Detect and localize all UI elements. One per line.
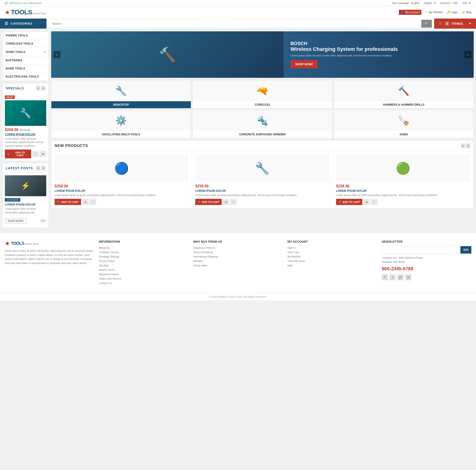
add-to-cart-button-2[interactable]: 🛒 ADD TO CART	[195, 199, 222, 205]
product-image-1[interactable]: 🔵 QUICK VIEW ●	[55, 154, 188, 182]
wishlist-button-2[interactable]: ⇄	[223, 199, 229, 205]
category-card-hammers[interactable]: 🔨 HAMMERS & HAMMER DRILLS	[334, 80, 474, 108]
compare-button-3[interactable]: ♡	[371, 199, 377, 205]
hand-tools-link[interactable]: HAND TOOLS ›	[2, 48, 49, 56]
footer-shipping-link[interactable]: Shipping & Returns	[193, 246, 215, 249]
specials-next-button[interactable]: ›	[41, 86, 45, 91]
shop-now-button[interactable]: SHOP NOW!	[290, 60, 318, 68]
newsletter-submit-button[interactable]: GO!	[460, 246, 471, 254]
read-more-button[interactable]: READ MORE	[5, 218, 27, 224]
footer-affiliates-link[interactable]: Affiliates	[193, 259, 203, 262]
footer-site-map-link[interactable]: Site Map	[99, 264, 109, 267]
footer-template-settings-link[interactable]: Template Settings	[99, 255, 119, 258]
hero-prev-button[interactable]: ‹	[53, 51, 60, 58]
sidebar-item-bare-tools[interactable]: BARE TOOLS	[2, 65, 49, 73]
special-price-current: $258.96	[5, 128, 18, 132]
site-logo[interactable]: ★ TOOLS Online Store	[5, 9, 47, 16]
special-compare-button[interactable]: ⇄	[40, 151, 46, 157]
footer-search-terms-link[interactable]: Search Terms	[99, 268, 115, 271]
compare-button-2[interactable]: ♡	[230, 199, 237, 205]
currency-select[interactable]: USD EUR	[461, 1, 471, 5]
add-to-cart-label-1: ADD TO CART	[61, 201, 79, 203]
category-card-benchtop[interactable]: 🔧 BENCHTOP	[51, 80, 191, 108]
footer-contact-link[interactable]: Contact Us	[99, 282, 112, 284]
footer-orders-returns-link[interactable]: Orders and Returns	[99, 277, 121, 280]
cart-icon: 🛒	[439, 22, 442, 25]
account-icon: 👤	[401, 11, 404, 14]
footer-help-link[interactable]: Help	[288, 264, 293, 267]
twitter-icon[interactable]: t	[390, 274, 396, 280]
product-image-2[interactable]: 🔧 QUICK VIEW ●	[195, 154, 329, 182]
logo-subtext: Online Store	[33, 12, 47, 15]
oscillating-image: ⚙️	[51, 110, 191, 131]
sidebar-item-hand-tools[interactable]: HAND TOOLS ›	[2, 48, 49, 56]
footer-about-link[interactable]: About Us	[99, 246, 109, 249]
footer-intl-shipping-link[interactable]: International Shipping	[193, 255, 218, 258]
category-card-oscillating[interactable]: ⚙️ OSCILLATING MULTI-TOOLS	[51, 110, 191, 138]
login-link[interactable]: 🔑 Login	[446, 11, 458, 14]
power-tools-link[interactable]: POWER TOOLS	[2, 32, 49, 39]
sidebar-item-power-tools[interactable]: POWER TOOLS	[2, 32, 49, 40]
special-product-name[interactable]: LOREM IPSUM DOLOR	[5, 133, 46, 136]
cart-dropdown-arrow: ▼	[468, 22, 471, 25]
wishlist-button-3[interactable]: ⇄	[363, 199, 370, 205]
add-to-cart-label-2: ADD TO CART	[202, 201, 220, 203]
footer-sign-in-link[interactable]: Sign In	[288, 246, 295, 249]
batteries-link[interactable]: BATTERIES	[2, 56, 49, 64]
language-label: Your Language : English	[392, 2, 419, 4]
new-products-next-button[interactable]: ›	[466, 144, 470, 148]
hero-next-button[interactable]: ›	[464, 51, 471, 58]
product-image-3[interactable]: 🟢 QUICK VIEW ●	[336, 154, 470, 182]
footer-my-wishlist-link[interactable]: My Wishlist	[288, 255, 301, 258]
category-card-saws[interactable]: 🪚 SAWS	[334, 110, 474, 138]
bare-tools-link[interactable]: BARE TOOLS	[2, 65, 49, 72]
contact-info: Company Inc., 8901 Marmora Road, Glasgow…	[382, 256, 471, 272]
categories-button[interactable]: ☰ CATEGORIES	[0, 18, 47, 29]
google-plus-icon[interactable]: g+	[397, 274, 404, 280]
my-account-link[interactable]: 👤 My Account	[399, 10, 421, 15]
footer-logo[interactable]: ★ TOOLS Online Store	[5, 240, 94, 247]
search-button[interactable]: 🔍	[421, 20, 432, 28]
new-products-prev-button[interactable]: ‹	[461, 144, 465, 148]
footer-view-cart-link[interactable]: View Cart	[288, 251, 298, 254]
category-card-cordless[interactable]: 🔫 CORDLESS	[192, 80, 332, 108]
newsletter-email-input[interactable]	[382, 246, 460, 254]
sidebar-item-cordless-tools[interactable]: CORDLESS TOOLS	[2, 40, 49, 48]
electricians-tools-link[interactable]: ELECTRICIANS TOOLS	[2, 73, 49, 81]
product-card-3: NEW! 🟢 QUICK VIEW ● $258.96 LOREM IPSUM …	[333, 151, 474, 208]
cart-button[interactable]: 🛒 0 ITEM(S) ▼	[434, 18, 476, 29]
posts-next-button[interactable]: ›	[41, 166, 45, 170]
hero-image: 🔨	[51, 31, 284, 78]
compare-button-1[interactable]: ♡	[89, 199, 96, 205]
product-actions-1: 🛒 ADD TO CART ⇄ ♡	[55, 199, 188, 205]
special-add-to-cart-button[interactable]: 🛒 ADD TO CART	[5, 149, 31, 158]
add-to-cart-button-1[interactable]: 🛒 ADD TO CART	[55, 199, 81, 205]
footer-customer-service-link[interactable]: Customer Service	[99, 251, 119, 254]
footer-secure-link[interactable]: Secure Shopping	[193, 251, 213, 254]
cart-icon-3: 🛒	[339, 200, 342, 203]
specials-prev-button[interactable]: ‹	[36, 86, 40, 91]
search-input[interactable]	[49, 20, 421, 27]
footer-privacy-policy-link[interactable]: Privacy Policy	[99, 259, 115, 262]
product-card-1: NEW! 🔵 QUICK VIEW ● $258.96 LOREM IPSUM …	[51, 151, 192, 208]
footer-group-sales-link[interactable]: Group Sales	[193, 264, 207, 267]
footer-logo-star-icon: ★	[5, 240, 10, 247]
blog-link[interactable]: 📝 Blog	[461, 11, 471, 14]
sidebar-item-electricians-tools[interactable]: ELECTRICIANS TOOLS	[2, 73, 49, 81]
sidebar-item-batteries[interactable]: BATTERIES	[2, 56, 49, 65]
add-to-cart-button-3[interactable]: 🛒 ADD TO CART	[336, 199, 363, 205]
language-select[interactable]: English French German	[423, 1, 437, 5]
linkedin-icon[interactable]: in	[405, 274, 411, 280]
wishlist-link[interactable]: ♡ My Wishlist	[425, 11, 443, 14]
cordless-tools-link[interactable]: CORDLESS TOOLS	[2, 40, 49, 48]
wishlist-button-1[interactable]: ⇄	[82, 199, 88, 205]
category-card-concrete[interactable]: 🔩 CONCRETE SURFACING GRINDER	[192, 110, 332, 138]
footer-advanced-search-link[interactable]: Advanced Search	[99, 273, 119, 276]
specials-box: SPECIALS ‹ › SALE! 🔧 $258.96 $278.36 LOR…	[2, 83, 49, 161]
footer-main: ★ TOOLS Online Store Lorem ipsum dolor s…	[0, 233, 476, 293]
facebook-icon[interactable]: f	[382, 274, 388, 280]
footer-track-order-link[interactable]: Track My Order	[288, 259, 305, 262]
cordless-tools-label: CORDLESS TOOLS	[6, 42, 33, 45]
special-wishlist-button[interactable]: ♡	[32, 151, 39, 157]
posts-prev-button[interactable]: ‹	[36, 166, 40, 170]
